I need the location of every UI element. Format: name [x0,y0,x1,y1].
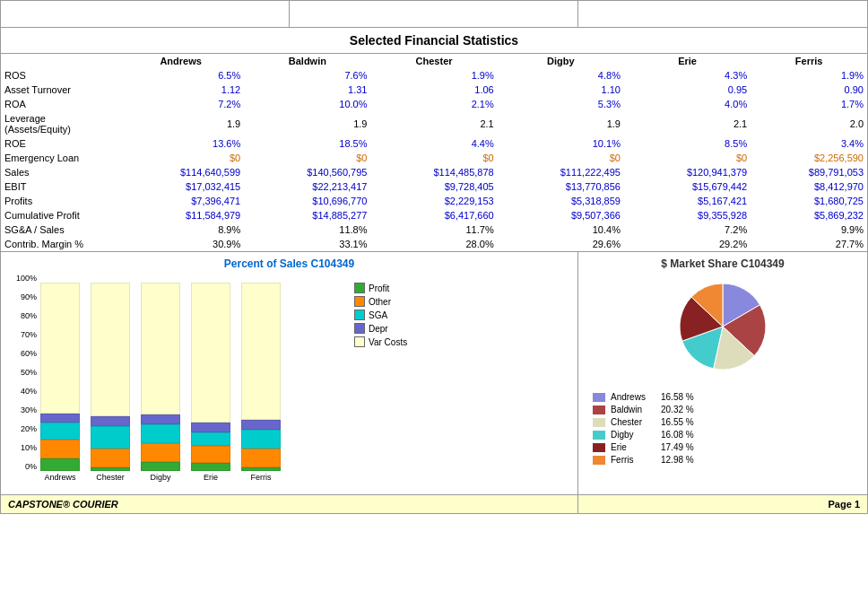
stats-row-4: ROE13.6%18.5%4.4%10.1%8.5%3.4% [1,136,867,151]
cell-r6-c2: $114,485,878 [370,165,497,179]
cell-r5-c1: $0 [244,151,370,165]
pie-legend-item-digby: Digby16.08 % [593,430,862,440]
y-label-40: 40% [6,387,39,396]
col-header-baldwin: Baldwin [244,54,370,68]
cell-r9-c4: $9,355,928 [624,208,751,222]
stats-table-body: ROS6.5%7.6%1.9%4.8%4.3%1.9%Asset Turnove… [1,68,867,251]
legend-label: Profit [369,283,389,293]
cell-r11-c5: 27.7% [751,237,867,251]
cell-r3-c4: 2.1 [624,111,751,136]
cell-r11-c2: 28.0% [370,237,497,251]
pie-legend-label: Digby [611,430,655,440]
cell-r6-c0: $114,640,599 [117,165,244,179]
col-header-ferris: Ferris [751,54,867,68]
section-title: Selected Financial Statistics [1,28,868,54]
stats-row-1: Asset Turnover1.121.311.061.100.950.90 [1,83,867,97]
y-label-30: 30% [6,406,39,414]
cell-r8-c2: $2,229,153 [370,194,497,208]
cell-r7-c5: $8,412,970 [751,179,867,194]
cell-r4-c0: 13.6% [117,136,244,151]
cell-r1-c1: 1.31 [244,83,370,97]
col-header-andrews: Andrews [117,54,244,68]
row-label-7: EBIT [1,179,117,194]
cell-r4-c2: 4.4% [370,136,497,151]
bar-digby [141,283,180,471]
cell-r10-c2: 11.7% [370,222,497,237]
pie-legend-box [593,406,605,414]
cell-r3-c2: 2.1 [370,111,497,136]
legend-label: Depr [369,324,388,334]
cell-r2-c2: 2.1% [370,97,497,111]
stats-row-8: Profits$7,396,471$10,696,770$2,229,153$5… [1,194,867,208]
title-row: Selected Financial Statistics [1,28,868,54]
legend-box [354,283,365,293]
cell-r10-c4: 7.2% [624,222,751,237]
cell-r11-c3: 29.6% [498,237,624,251]
pie-legend-label: Erie [611,442,655,452]
row-label-5: Emergency Loan [1,151,117,165]
pie-legend-box [593,443,605,452]
cell-r9-c3: $9,507,366 [498,208,624,222]
top-cell-3 [578,1,868,28]
cell-r1-c0: 1.12 [117,83,244,97]
pie-legend-pct: 20.32 % [661,405,694,414]
pie-legend-item-andrews: Andrews16.58 % [593,392,862,402]
cell-r0-c2: 1.9% [370,68,497,83]
cell-r9-c1: $14,885,277 [244,208,370,222]
stats-row-5: Emergency Loan$0$0$0$0$0$2,256,590 [1,151,867,165]
pie-legend-box [593,393,605,402]
x-label-chester: Chester [91,473,130,482]
y-label-70: 70% [6,330,39,339]
cell-r5-c4: $0 [624,151,751,165]
cell-r8-c4: $5,167,421 [624,194,751,208]
col-header-erie: Erie [624,54,751,68]
cell-r5-c0: $0 [117,151,244,165]
stats-row: Andrews Baldwin Chester Digby Erie Ferri… [1,54,868,252]
cell-r2-c0: 7.2% [117,97,244,111]
pie-legend-box [593,431,605,440]
pie-legend-item-ferris: Ferris12.98 % [593,455,862,465]
pie-legend-item-baldwin: Baldwin20.32 % [593,405,862,414]
cell-r8-c3: $5,318,859 [498,194,624,208]
cell-r10-c1: 11.8% [244,222,370,237]
bar-chester [91,283,130,471]
legend-item-profit: Profit [354,283,407,293]
stats-row-3: Leverage (Assets/Equity)1.91.92.11.92.12… [1,111,867,136]
stats-row-7: EBIT$17,032,415$22,213,417$9,728,405$13,… [1,179,867,194]
legend-box [354,296,365,307]
stats-row-10: SG&A / Sales8.9%11.8%11.7%10.4%7.2%9.9% [1,222,867,237]
footer-left: CAPSTONE® COURIER [1,495,578,514]
pie-legend-item-chester: Chester16.55 % [593,417,862,427]
pie-legend-pct: 16.55 % [661,417,694,427]
top-cell-2 [290,1,578,28]
top-cell-1 [1,1,290,28]
cell-r4-c5: 3.4% [751,136,867,151]
cell-r2-c1: 10.0% [244,97,370,111]
row-label-4: ROE [1,136,117,151]
row-label-11: Contrib. Margin % [1,237,117,251]
cell-r5-c3: $0 [498,151,624,165]
bar-erie [191,283,230,471]
col-header-label [1,54,117,68]
cell-r3-c0: 1.9 [117,111,244,136]
cell-r9-c0: $11,584,979 [117,208,244,222]
pie-legend-box [593,456,605,465]
legend-item-var costs: Var Costs [354,336,407,347]
cell-r5-c2: $0 [370,151,497,165]
cell-r8-c5: $1,680,725 [751,194,867,208]
legend-label: Var Costs [369,337,407,347]
legend-box [354,336,365,347]
y-label-100: 100% [6,274,39,283]
stats-row-2: ROA7.2%10.0%2.1%5.3%4.0%1.7% [1,97,867,111]
row-label-6: Sales [1,165,117,179]
footer-right: Page 1 [578,495,868,514]
pie-legend-box [593,418,605,427]
cell-r11-c1: 33.1% [244,237,370,251]
col-header-digby: Digby [498,54,624,68]
x-label-ferris: Ferris [241,473,281,482]
y-label-20: 20% [6,424,39,433]
cell-r8-c0: $7,396,471 [117,194,244,208]
cell-r4-c3: 10.1% [498,136,624,151]
footer-row: CAPSTONE® COURIER Page 1 [1,495,868,514]
cell-r3-c5: 2.0 [751,111,867,136]
